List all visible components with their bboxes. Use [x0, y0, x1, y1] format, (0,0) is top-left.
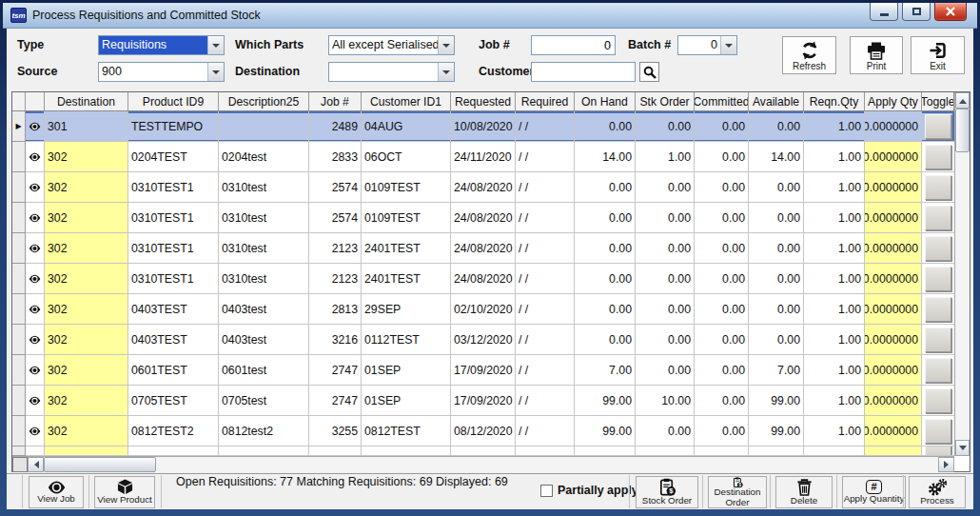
column-header-committed[interactable]: Committed — [695, 92, 749, 111]
row-selector-cell[interactable] — [12, 325, 26, 355]
cell-apply-qty[interactable]: 0.0000000 — [865, 294, 922, 325]
horizontal-scrollbar[interactable] — [12, 456, 954, 472]
toggle-button[interactable] — [925, 419, 951, 444]
partially-apply-checkbox[interactable] — [540, 485, 553, 497]
view-eye-cell[interactable] — [26, 294, 45, 325]
column-header-job-[interactable]: Job # — [309, 92, 362, 111]
column-header-customer-id1[interactable]: Customer ID1 — [362, 92, 451, 111]
source-combo[interactable]: 900 — [98, 62, 225, 82]
table-row[interactable]: 302 0310TEST1 0310test 2123 2401TEST 24/… — [12, 233, 954, 264]
view-eye-cell[interactable] — [26, 111, 45, 142]
vertical-scroll-track[interactable] — [955, 152, 970, 440]
row-selector-cell[interactable] — [12, 386, 26, 416]
maximize-button[interactable] — [902, 3, 931, 21]
scroll-right-button[interactable] — [938, 457, 954, 472]
scroll-down-button[interactable] — [955, 440, 970, 456]
chevron-down-icon[interactable] — [438, 36, 454, 54]
table-row[interactable]: 302 0204TEST 0204test 2833 06OCT 24/11/2… — [12, 142, 954, 172]
chevron-down-icon[interactable] — [438, 63, 454, 81]
cell-apply-qty[interactable]: 0.0000000 — [865, 233, 922, 264]
table-row[interactable]: 302 0403TEST 0403test 2813 29SEP 02/10/2… — [12, 294, 954, 325]
column-header-stk-order[interactable]: Stk Order — [636, 92, 695, 111]
chevron-down-icon[interactable] — [720, 36, 736, 54]
column-header-1[interactable] — [26, 92, 45, 111]
job-number-field[interactable] — [531, 35, 616, 55]
process-button[interactable]: Process — [909, 476, 966, 508]
view-eye-cell[interactable] — [26, 233, 45, 264]
view-eye-cell[interactable] — [26, 386, 45, 416]
table-row[interactable]: 301 TESTTEMPO 2489 04AUG 10/08/2020 / / … — [12, 111, 954, 142]
cell-apply-qty[interactable]: 0.0000000 — [865, 142, 922, 172]
chevron-down-icon[interactable] — [207, 63, 224, 81]
view-eye-cell[interactable] — [26, 447, 45, 456]
table-row[interactable]: 302 0601TEST 0601test 2747 01SEP 17/09/2… — [12, 355, 954, 386]
toggle-button[interactable] — [925, 358, 951, 383]
cell-apply-qty[interactable]: 0.0000000 — [865, 355, 922, 386]
column-header-apply-qty[interactable]: Apply Qty — [865, 92, 922, 111]
row-selector-cell[interactable] — [12, 233, 26, 264]
table-row[interactable]: 302 0812TEST2 0812test2 3255 0812TEST 08… — [12, 416, 954, 447]
column-header-required[interactable]: Required — [516, 92, 575, 111]
scroll-up-button[interactable] — [955, 92, 970, 109]
view-job-button[interactable]: View Job — [29, 476, 84, 508]
vertical-scroll-thumb[interactable] — [955, 109, 970, 152]
row-selector-cell[interactable] — [12, 203, 26, 233]
cell-apply-qty[interactable]: 0.0000000 — [865, 172, 922, 203]
vertical-scrollbar[interactable] — [954, 92, 970, 456]
scroll-left-button[interactable] — [28, 457, 44, 472]
row-selector-cell[interactable] — [12, 355, 26, 386]
table-row[interactable]: 302 0403TEST 0403test 3216 0112TEST 03/1… — [12, 325, 954, 355]
destination-order-button[interactable]: $ Destination Order — [708, 476, 767, 508]
table-row[interactable]: 302 0310TEST1 0310test 2574 0109TEST 24/… — [12, 172, 954, 203]
row-selector-cell[interactable] — [12, 294, 26, 325]
toggle-button[interactable] — [925, 236, 951, 261]
view-eye-cell[interactable] — [26, 142, 45, 172]
table-row[interactable]: 302 0310TEST1 0310test 2123 2401TEST 24/… — [12, 264, 954, 294]
apply-quantity-button[interactable]: # Apply Quantity — [842, 476, 906, 508]
customer-field[interactable] — [531, 62, 636, 82]
table-row-partial[interactable] — [12, 447, 954, 456]
toggle-button[interactable] — [925, 175, 951, 200]
row-selector-cell[interactable] — [12, 264, 26, 294]
titlebar[interactable]: tsm Process Requisitions and Committed S… — [3, 3, 977, 29]
exit-button[interactable]: Exit — [911, 36, 965, 74]
column-header-product-id9[interactable]: Product ID9 — [128, 92, 219, 111]
toggle-button[interactable] — [925, 388, 951, 413]
chevron-down-icon[interactable] — [207, 36, 224, 54]
toggle-button[interactable] — [925, 267, 951, 291]
type-combo[interactable]: Requisitions — [98, 35, 225, 55]
column-header-toggle[interactable]: Toggle — [922, 92, 954, 111]
row-selector-cell[interactable] — [12, 172, 26, 203]
row-selector-cell[interactable] — [12, 447, 26, 456]
cell-apply-qty[interactable]: 0.0000000 — [865, 386, 922, 416]
column-header-destination[interactable]: Destination — [45, 92, 128, 111]
toggle-button[interactable] — [925, 327, 951, 352]
row-selector-cell[interactable] — [12, 142, 26, 172]
toggle-button[interactable] — [925, 297, 951, 322]
view-eye-cell[interactable] — [26, 172, 45, 203]
close-button[interactable] — [934, 3, 967, 21]
horizontal-scroll-thumb[interactable] — [44, 457, 156, 472]
view-eye-cell[interactable] — [26, 355, 45, 386]
view-eye-cell[interactable] — [26, 264, 45, 294]
column-header-on-hand[interactable]: On Hand — [575, 92, 636, 111]
batch-number-combo[interactable]: 0 — [677, 35, 737, 55]
view-eye-cell[interactable] — [26, 416, 45, 447]
refresh-button[interactable]: Refresh — [782, 36, 836, 74]
cell-apply-qty[interactable]: 0.0000000 — [865, 264, 922, 294]
cell-apply-qty[interactable]: 0.0000000 — [865, 325, 922, 355]
customer-search-button[interactable] — [639, 62, 659, 82]
toggle-button[interactable] — [925, 206, 951, 230]
stock-order-button[interactable]: $ Stock Order — [636, 476, 698, 508]
column-header-available[interactable]: Available — [749, 92, 804, 111]
cell-apply-qty[interactable]: 0.0000000 — [865, 203, 922, 233]
view-eye-cell[interactable] — [26, 203, 45, 233]
toggle-button[interactable] — [925, 114, 951, 139]
delete-button[interactable]: Delete — [775, 476, 833, 508]
toggle-button[interactable] — [925, 145, 951, 169]
row-selector-cell[interactable] — [12, 416, 26, 447]
minimize-button[interactable] — [870, 3, 898, 21]
print-button[interactable]: Print — [850, 36, 903, 74]
view-eye-cell[interactable] — [26, 325, 45, 355]
column-header-requested[interactable]: Requested — [451, 92, 516, 111]
